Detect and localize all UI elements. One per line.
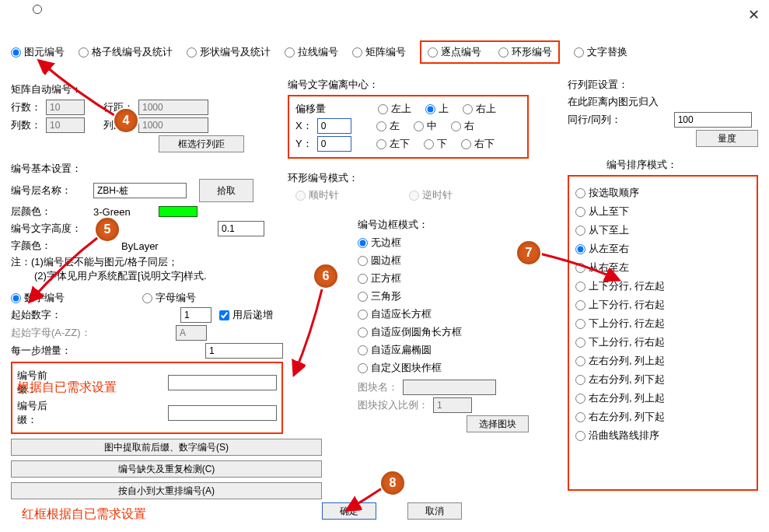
increment-checkbox[interactable]: 用后递增 [219,308,273,322]
pos-t[interactable]: 上 [425,102,449,116]
pos-b[interactable]: 下 [424,137,447,151]
pos-lt[interactable]: 左上 [378,102,411,116]
measure-button[interactable]: 量度 [696,130,758,147]
border-opt-4[interactable]: 自适应长方框 [358,307,537,321]
pick-layer-button[interactable]: 拾取 [199,179,253,202]
offset-title: 编号文字偏离中心： [288,78,537,92]
border-opt-0[interactable]: 无边框 [358,236,537,250]
offset-x-input[interactable] [317,118,351,134]
step-input[interactable] [205,343,283,359]
block-name-input[interactable] [403,380,496,395]
badge-7: 7 [517,241,540,264]
layer-color-name: 3-Green [93,206,131,218]
pos-lb[interactable]: 左下 [376,137,410,151]
tab-line-number[interactable]: 拉线编号 [285,45,338,59]
suffix-input[interactable] [168,405,277,421]
prefix-input[interactable] [168,375,277,390]
coldist-input[interactable] [138,117,208,133]
border-title: 编号边框模式： [358,218,537,232]
offset-y-label: Y： [295,137,313,151]
ccw-radio[interactable]: 逆时针 [409,188,453,202]
layer-color-swatch[interactable] [159,206,197,217]
pick-block-button[interactable]: 选择图块 [467,415,529,432]
sort-opt-6[interactable]: 上下分行, 行右起 [575,298,750,312]
sort-opt-1[interactable]: 从上至下 [575,205,750,219]
red-inline-note: 根据自已需求设置 [17,380,117,396]
close-icon[interactable]: ✕ [748,6,760,23]
pick-rowcol-button[interactable]: 框选行列距 [159,135,244,152]
offset-amt-label: 偏移量 [295,102,334,116]
block-scale-input[interactable] [433,397,472,413]
start-alpha-input[interactable] [176,325,207,341]
border-opt-2[interactable]: 正方框 [358,271,537,285]
sort-opt-0[interactable]: 按选取顺序 [575,186,750,200]
pos-rt[interactable]: 右上 [463,102,496,116]
pos-l[interactable]: 左 [376,119,400,133]
border-opt-3[interactable]: 三角形 [358,289,537,303]
tab-matrix-number[interactable]: 矩阵编号 [352,45,406,59]
text-height-input[interactable] [218,221,264,236]
sort-title: 编号排序模式： [606,158,758,172]
suffix-label: 编号后缀： [17,399,58,427]
check-button[interactable]: 编号缺失及重复检测(C) [11,460,322,478]
cw-radio[interactable]: 顺时针 [295,188,339,202]
border-opt-1[interactable]: 圆边框 [358,254,537,268]
badge-8: 8 [381,471,404,495]
tab-shape-number[interactable]: 形状编号及统计 [187,45,271,59]
layer-name-label: 编号层名称： [11,184,89,198]
sort-opt-7[interactable]: 下上分行, 行左起 [575,317,750,331]
border-opt-5[interactable]: 自适应倒圆角长方框 [358,325,537,339]
layer-name-input[interactable] [93,183,187,198]
tab-text-replace[interactable]: 文字替换 [574,45,627,59]
footer-red-note: 红框根据自已需求设置 [22,506,146,523]
font-color-value: ByLayer [121,240,159,252]
step-label: 每一步增量： [11,344,72,358]
title-dot [33,5,42,14]
offset-grid-row1: 左上 上 右上 [378,102,496,116]
badge-4: 4 [114,109,138,132]
sort-opt-13[interactable]: 沿曲线路线排序 [575,429,750,443]
tab-point-number[interactable]: 逐点编号 [428,45,481,59]
border-opt-7[interactable]: 自定义图块作框 [358,361,537,375]
sort-opt-11[interactable]: 右左分列, 列上起 [575,391,750,405]
offset-y-input[interactable] [317,136,351,152]
resort-button[interactable]: 按自小到大重排编号(A) [11,482,322,499]
offset-x-label: X： [295,119,313,133]
sort-opt-9[interactable]: 左右分列, 列上起 [575,354,750,368]
pos-r[interactable]: 右 [451,119,474,133]
layer-color-label: 层颜色： [11,205,89,219]
rowdist-input[interactable] [138,100,208,115]
extract-button[interactable]: 图中提取前后缀、数字编号(S) [11,439,322,456]
sort-opt-2[interactable]: 从下至上 [575,223,750,237]
pos-rb[interactable]: 右下 [461,137,495,151]
sort-opt-10[interactable]: 左右分列, 列下起 [575,373,750,387]
block-scale-label: 图块按入比例： [358,398,428,412]
block-name-label: 图块名： [358,380,398,394]
alpha-radio[interactable]: 字母编号 [142,291,196,305]
base-title: 编号基本设置： [11,162,283,176]
border-opt-6[interactable]: 自适应扁椭圆 [358,343,537,357]
badge-5: 5 [96,218,119,241]
badge-6: 6 [314,264,337,288]
tab-ring-number[interactable]: 环形编号 [498,45,552,59]
start-number-input[interactable] [180,307,211,323]
ring-title: 环形编号模式： [288,171,537,185]
linedist-title: 行列距设置： [568,78,758,92]
same-rowcol-input[interactable] [674,112,752,128]
same-rowcol-label: 同行/同列： [568,113,621,127]
sort-opt-8[interactable]: 下上分行, 行右起 [575,335,750,349]
pos-c[interactable]: 中 [414,119,437,133]
sort-opt-12[interactable]: 右左分列, 列下起 [575,410,750,424]
cancel-button[interactable]: 取消 [407,502,462,520]
linedist-desc: 在此距离内图元归入 [568,95,758,109]
sort-options-panel: 按选取顺序从上至下从下至上从左至右从右至左上下分行, 行左起上下分行, 行右起下… [568,175,758,491]
start-alpha-label: 起始字母(A-ZZ)： [11,326,171,340]
